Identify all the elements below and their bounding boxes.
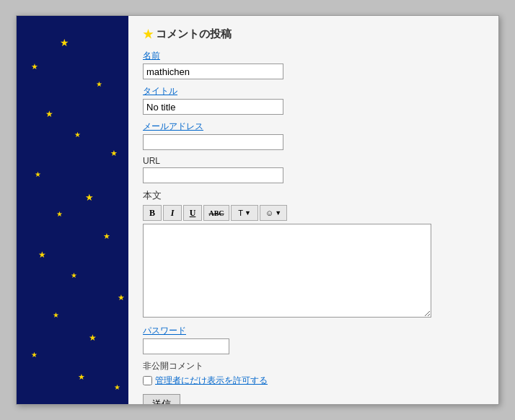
emoticon-label: ☺ bbox=[265, 209, 273, 217]
sidebar-star: ★ bbox=[71, 272, 77, 279]
sidebar-star: ★ bbox=[85, 193, 94, 202]
window: ★★★★★★★★★★★★★★★★★★ ★ コメントの投稿 名前 タイトル メール… bbox=[16, 15, 499, 405]
sidebar-star: ★ bbox=[31, 63, 38, 71]
sidebar-star: ★ bbox=[53, 312, 59, 319]
star-icon: ★ bbox=[143, 27, 153, 41]
chevron-down-icon: ▼ bbox=[245, 209, 251, 216]
emoticon-dropdown-button[interactable]: ☺ ▼ bbox=[260, 205, 287, 221]
sidebar-star: ★ bbox=[114, 384, 120, 391]
sidebar-star: ★ bbox=[78, 373, 85, 381]
strikethrough-button[interactable]: ABC bbox=[203, 205, 229, 221]
sidebar-star: ★ bbox=[96, 81, 102, 88]
sidebar-star: ★ bbox=[31, 351, 38, 359]
form-title-text: コメントの投稿 bbox=[156, 27, 232, 41]
sidebar-star: ★ bbox=[118, 294, 125, 302]
toolbar: B I U ABC T ▼ ☺ ▼ bbox=[143, 205, 484, 221]
url-input[interactable] bbox=[143, 167, 283, 183]
email-input[interactable] bbox=[143, 134, 283, 150]
sidebar-star: ★ bbox=[60, 38, 69, 48]
bold-button[interactable]: B bbox=[143, 205, 162, 221]
name-input[interactable] bbox=[143, 64, 283, 79]
url-label: URL bbox=[143, 156, 484, 166]
email-label[interactable]: メールアドレス bbox=[143, 121, 484, 133]
sidebar-star: ★ bbox=[110, 149, 118, 157]
name-label[interactable]: 名前 bbox=[143, 50, 484, 62]
password-label[interactable]: パスワード bbox=[143, 325, 484, 337]
private-comment-section: 非公開コメント 管理者にだけ表示を許可する bbox=[143, 360, 484, 387]
sidebar-star: ★ bbox=[35, 171, 41, 178]
sidebar-star: ★ bbox=[103, 232, 110, 240]
sidebar: ★★★★★★★★★★★★★★★★★★ bbox=[17, 16, 128, 404]
private-comment-label: 非公開コメント bbox=[143, 360, 484, 372]
form-title: ★ コメントの投稿 bbox=[143, 27, 484, 41]
checkbox-row: 管理者にだけ表示を許可する bbox=[143, 375, 484, 387]
title-input[interactable] bbox=[143, 99, 283, 115]
password-input[interactable] bbox=[143, 338, 229, 354]
main-content: ★ コメントの投稿 名前 タイトル メールアドレス URL 本文 B I U A… bbox=[128, 16, 498, 404]
submit-button[interactable]: 送信 bbox=[143, 394, 180, 404]
chevron-down-icon2: ▼ bbox=[275, 209, 281, 216]
sidebar-star: ★ bbox=[45, 110, 53, 118]
title-label[interactable]: タイトル bbox=[143, 85, 484, 97]
underline-button[interactable]: U bbox=[183, 205, 202, 221]
text-label: T bbox=[238, 209, 243, 217]
italic-button[interactable]: I bbox=[163, 205, 182, 221]
private-checkbox-label[interactable]: 管理者にだけ表示を許可する bbox=[155, 375, 268, 387]
sidebar-star: ★ bbox=[74, 131, 81, 139]
sidebar-star: ★ bbox=[38, 250, 46, 259]
body-textarea[interactable] bbox=[143, 224, 431, 318]
body-label: 本文 bbox=[143, 189, 484, 202]
text-dropdown-button[interactable]: T ▼ bbox=[231, 205, 258, 221]
sidebar-star: ★ bbox=[56, 211, 63, 218]
sidebar-star: ★ bbox=[89, 333, 97, 342]
private-checkbox[interactable] bbox=[143, 376, 152, 385]
